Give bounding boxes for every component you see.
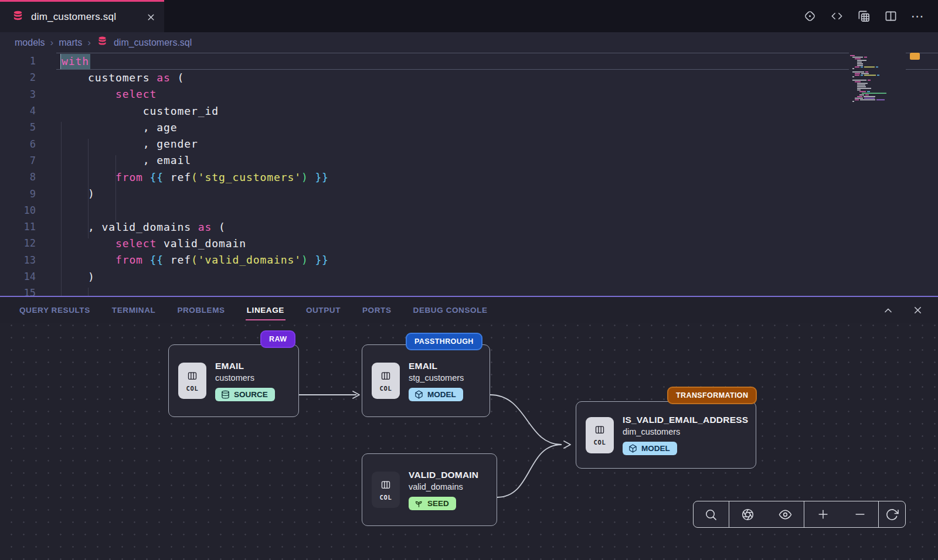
zoom-out-icon[interactable] bbox=[850, 504, 870, 524]
node-type-badge-label: SOURCE bbox=[234, 390, 268, 399]
node-column-name: EMAIL bbox=[215, 361, 275, 371]
columns-icon bbox=[380, 479, 392, 493]
code-line[interactable]: 1with bbox=[0, 53, 938, 69]
dbt-logo-icon[interactable] bbox=[802, 9, 817, 24]
code-token: select bbox=[115, 88, 157, 100]
code-token: customers bbox=[60, 71, 157, 84]
code-token: select bbox=[115, 237, 157, 250]
toolbar-group bbox=[694, 501, 729, 527]
line-number: 10 bbox=[0, 204, 38, 216]
node-model-name: customers bbox=[215, 373, 275, 383]
line-number: 1 bbox=[0, 55, 38, 67]
code-token: valid_domain bbox=[157, 237, 246, 250]
panel-tab-output[interactable]: OUTPUT bbox=[306, 297, 341, 323]
code-token: 'stg_customers' bbox=[198, 171, 301, 183]
lineage-node-valid_domains[interactable]: COLVALID_DOMAINvalid_domainsSEED bbox=[362, 453, 497, 526]
close-icon[interactable] bbox=[910, 303, 925, 318]
zoom-in-icon[interactable] bbox=[813, 504, 833, 524]
breadcrumb-marts[interactable]: marts bbox=[59, 37, 82, 48]
minimap[interactable] bbox=[849, 53, 906, 104]
lineage-node-customers[interactable]: COLEMAILcustomersSOURCE bbox=[168, 344, 299, 417]
editor-actions: ⋯ bbox=[802, 0, 938, 32]
code-line-content: customers as ( bbox=[60, 71, 184, 84]
column-tile-label: COL bbox=[380, 494, 392, 501]
lineage-node-stg_customers[interactable]: COLEMAILstg_customersMODEL bbox=[362, 344, 490, 417]
code-editor[interactable]: 1with2 customers as (3 select4 customer_… bbox=[0, 53, 938, 296]
line-number: 3 bbox=[0, 88, 38, 100]
refresh-icon[interactable] bbox=[882, 504, 902, 524]
code-line[interactable]: 15 bbox=[0, 285, 938, 296]
panel-tab-ports[interactable]: PORTS bbox=[362, 297, 392, 323]
code-token bbox=[308, 254, 315, 266]
tab-title: dim_customers.sql bbox=[31, 11, 139, 23]
panel-tab-terminal[interactable]: TERMINAL bbox=[112, 297, 156, 323]
breadcrumb-models[interactable]: models bbox=[15, 37, 45, 48]
code-line-content: ) bbox=[60, 187, 95, 200]
code-token: ref bbox=[171, 254, 191, 266]
code-token bbox=[60, 237, 115, 250]
line-number: 2 bbox=[0, 71, 38, 83]
close-icon[interactable] bbox=[146, 12, 156, 22]
seed-icon bbox=[414, 499, 423, 508]
panel-tab-query-results[interactable]: QUERY RESULTS bbox=[19, 297, 90, 323]
code-line[interactable]: 7 , email bbox=[0, 152, 938, 169]
tab-dim-customers[interactable]: dim_customers.sql bbox=[0, 0, 164, 32]
code-line[interactable]: 13 from {{ ref('valid_domains') }} bbox=[0, 252, 938, 268]
database-icon bbox=[97, 36, 108, 49]
code-token: , valid_domains bbox=[60, 221, 198, 233]
code-token: , gender bbox=[60, 138, 198, 150]
code-token bbox=[164, 171, 171, 183]
lineage-canvas[interactable]: RAWCOLEMAILcustomersSOURCEPASSTHROUGHCOL… bbox=[0, 323, 938, 560]
code-line[interactable]: 11 , valid_domains as ( bbox=[0, 218, 938, 235]
code-line[interactable]: 12 select valid_domain bbox=[0, 235, 938, 251]
columns-icon bbox=[594, 424, 606, 438]
line-number: 7 bbox=[0, 155, 38, 166]
panel-tab-problems[interactable]: PROBLEMS bbox=[177, 297, 225, 323]
chevron-up-icon[interactable] bbox=[881, 303, 896, 318]
columns-icon bbox=[186, 370, 198, 384]
node-column-name: IS_VALID_EMAIL_ADDRESS bbox=[623, 415, 748, 425]
code-line-content: from {{ ref('valid_domains') }} bbox=[60, 254, 329, 266]
split-editor-icon[interactable] bbox=[883, 9, 898, 24]
code-token: ) bbox=[301, 171, 308, 183]
search-icon[interactable] bbox=[701, 504, 721, 524]
line-number: 5 bbox=[0, 121, 38, 133]
code-token: ) bbox=[60, 271, 95, 283]
code-line[interactable]: 5 , age bbox=[0, 119, 938, 135]
code-line[interactable]: 4 customer_id bbox=[0, 103, 938, 119]
cube-icon bbox=[414, 390, 423, 399]
column-tile: COL bbox=[178, 363, 206, 399]
node-type-badge-model: MODEL bbox=[409, 388, 463, 401]
aperture-icon[interactable] bbox=[738, 504, 758, 524]
node-column-name: EMAIL bbox=[409, 361, 464, 371]
column-tile-label: COL bbox=[380, 385, 392, 392]
line-number: 14 bbox=[0, 271, 38, 282]
code-token: from bbox=[115, 254, 143, 266]
code-icon[interactable] bbox=[829, 9, 844, 24]
column-tile: COL bbox=[372, 472, 400, 508]
eye-icon[interactable] bbox=[776, 504, 796, 524]
code-line[interactable]: 10 bbox=[0, 202, 938, 218]
panel-actions bbox=[881, 303, 938, 318]
code-line[interactable]: 8 from {{ ref('stg_customers') }} bbox=[0, 169, 938, 185]
code-line[interactable]: 2 customers as ( bbox=[0, 69, 938, 86]
node-type-badge-label: SEED bbox=[427, 499, 449, 508]
breadcrumb-file[interactable]: dim_customers.sql bbox=[114, 37, 192, 48]
panel-tab-debug-console[interactable]: DEBUG CONSOLE bbox=[413, 297, 488, 323]
node-model-name: dim_customers bbox=[623, 427, 748, 436]
lineage-tag-transformation: TRANSFORMATION bbox=[667, 387, 757, 404]
column-tile-label: COL bbox=[186, 385, 199, 392]
code-line[interactable]: 9 ) bbox=[0, 185, 938, 202]
code-token: , email bbox=[60, 154, 191, 166]
line-number: 4 bbox=[0, 105, 38, 117]
preview-table-icon[interactable] bbox=[856, 9, 871, 24]
code-line[interactable]: 3 select bbox=[0, 86, 938, 103]
lineage-node-dim_customers[interactable]: COLIS_VALID_EMAIL_ADDRESSdim_customersMO… bbox=[576, 401, 756, 469]
code-token bbox=[308, 171, 315, 183]
code-line[interactable]: 6 , gender bbox=[0, 135, 938, 152]
code-line[interactable]: 14 ) bbox=[0, 268, 938, 285]
line-number: 9 bbox=[0, 188, 38, 200]
panel-tab-lineage[interactable]: LINEAGE bbox=[247, 297, 284, 323]
more-actions-icon[interactable]: ⋯ bbox=[910, 9, 925, 24]
line-number: 12 bbox=[0, 237, 38, 249]
